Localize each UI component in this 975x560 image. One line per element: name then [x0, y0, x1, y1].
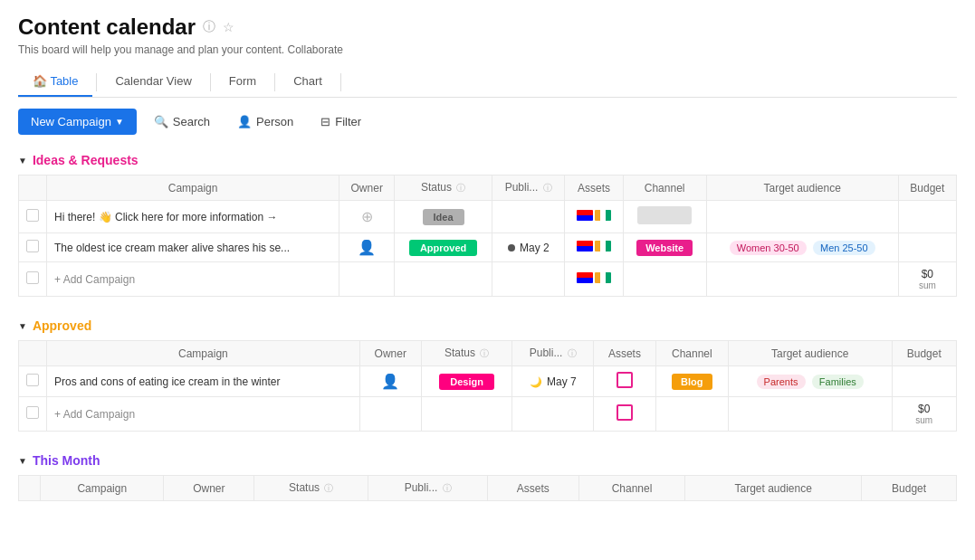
col-publi: Publi... ⓘ — [368, 476, 487, 501]
col-audience: Target audience — [728, 341, 892, 366]
section-ideas: ▼ Ideas & Requests Campaign Owner Status… — [18, 153, 957, 297]
channel-cell: Website — [623, 233, 706, 262]
asset-flag-sum — [577, 272, 593, 283]
empty-cell — [395, 262, 492, 297]
asset-flag-1 — [577, 241, 593, 252]
pub-dot-icon — [508, 244, 515, 252]
audience-badge-parents: Parents — [757, 375, 806, 389]
publi-cell — [492, 201, 565, 233]
assets-cell — [565, 201, 623, 233]
col-budget: Budget — [898, 176, 956, 201]
new-campaign-button[interactable]: New Campaign ▼ — [18, 109, 137, 135]
col-status: Status ⓘ — [395, 176, 492, 201]
budget-sum-cell: $0 sum — [892, 397, 956, 432]
add-campaign-label[interactable]: + Add Campaign — [54, 408, 135, 421]
row-checkbox[interactable] — [26, 374, 39, 386]
col-status: Status ⓘ — [254, 476, 368, 501]
col-publi: Publi... ⓘ — [512, 341, 594, 366]
table-row: The oldest ice cream maker alive shares … — [19, 233, 957, 262]
audience-badge-families: Families — [812, 375, 864, 389]
col-checkbox — [19, 341, 47, 366]
toolbar: New Campaign ▼ 🔍 Search 👤 Person ⊟ Filte… — [18, 109, 957, 135]
section-header-this-month[interactable]: ▼ This Month — [18, 453, 957, 468]
asset-single-icon-sum — [617, 404, 633, 421]
budget-cell — [892, 366, 956, 397]
add-campaign-cell[interactable]: + Add Campaign — [47, 262, 339, 297]
col-budget: Budget — [862, 476, 957, 501]
filter-label: Filter — [335, 115, 361, 128]
table-row: Hi there! 👋 Click here for more informat… — [19, 201, 957, 233]
channel-badge: Blog — [672, 374, 712, 390]
channel-cell — [623, 201, 706, 233]
info-icon[interactable]: ⓘ — [203, 19, 215, 35]
owner-icon: 👤 — [381, 374, 399, 389]
audience-cell: Parents Families — [728, 366, 892, 397]
tab-divider-2 — [210, 73, 211, 91]
owner-cell: ⊕ — [339, 201, 395, 233]
col-channel: Channel — [655, 341, 728, 366]
section-this-month: ▼ This Month Campaign Owner Status ⓘ Pub… — [18, 453, 957, 501]
row-checkbox[interactable] — [26, 240, 39, 252]
section-header-ideas[interactable]: ▼ Ideas & Requests — [18, 153, 957, 167]
owner-cell: 👤 — [339, 233, 395, 262]
col-owner: Owner — [164, 476, 254, 501]
new-campaign-label: New Campaign — [31, 115, 111, 128]
tab-divider-4 — [340, 73, 341, 91]
tab-form[interactable]: Form — [215, 67, 271, 97]
filter-button[interactable]: ⊟ Filter — [311, 109, 371, 135]
chevron-icon-approved: ▼ — [18, 321, 27, 331]
table-this-month: Campaign Owner Status ⓘ Publi... ⓘ Asset… — [18, 475, 957, 501]
col-status: Status ⓘ — [421, 341, 512, 366]
assets-cell — [594, 366, 656, 397]
filter-icon: ⊟ — [320, 115, 330, 128]
col-checkbox — [19, 476, 41, 501]
owner-icon: 👤 — [358, 240, 376, 255]
empty-cell — [492, 262, 565, 297]
publi-cell: 🌙 May 7 — [512, 366, 594, 397]
col-audience: Target audience — [706, 176, 898, 201]
assets-cell — [565, 233, 623, 262]
assets-sum-cell — [594, 397, 656, 432]
row-checkbox[interactable] — [26, 271, 39, 284]
audience-badge-women: Women 30-50 — [730, 241, 807, 255]
col-owner: Owner — [339, 176, 395, 201]
col-assets: Assets — [565, 176, 623, 201]
person-label: Person — [256, 115, 293, 128]
budget-sum-cell: $0 sum — [898, 262, 956, 297]
row-checkbox[interactable] — [26, 209, 39, 222]
row-checkbox[interactable] — [26, 406, 39, 419]
person-button[interactable]: 👤 Person — [227, 109, 303, 135]
col-channel: Channel — [623, 176, 706, 201]
audience-cell: Women 30-50 Men 25-50 — [706, 233, 898, 262]
asset-flag-sum2 — [595, 272, 611, 283]
status-cell: Approved — [395, 233, 492, 262]
col-campaign: Campaign — [47, 176, 339, 201]
col-channel: Channel — [578, 476, 684, 501]
tab-chart[interactable]: Chart — [279, 67, 337, 97]
add-campaign-label[interactable]: + Add Campaign — [54, 273, 135, 286]
status-badge: Idea — [423, 209, 464, 225]
section-approved: ▼ Approved Campaign Owner Status ⓘ Publi… — [18, 318, 957, 432]
table-approved: Campaign Owner Status ⓘ Publi... ⓘ Asset… — [18, 340, 957, 432]
tab-table[interactable]: 🏠 Table — [18, 67, 92, 97]
add-owner-icon[interactable]: ⊕ — [361, 209, 373, 224]
section-title-this-month: This Month — [33, 453, 100, 468]
budget-cell — [898, 233, 956, 262]
section-title-approved: Approved — [33, 318, 91, 333]
asset-flag-1 — [577, 210, 593, 221]
section-title-ideas: Ideas & Requests — [33, 153, 139, 167]
asset-flag-2 — [595, 241, 611, 252]
col-publi: Publi... ⓘ — [492, 176, 565, 201]
col-assets: Assets — [487, 476, 578, 501]
col-campaign: Campaign — [47, 341, 360, 366]
budget-cell — [898, 201, 956, 233]
add-campaign-cell[interactable]: + Add Campaign — [47, 397, 360, 432]
assets-sum-cell — [565, 262, 623, 297]
star-icon[interactable]: ☆ — [223, 20, 234, 34]
sum-label: sum — [900, 415, 949, 425]
tab-calendar[interactable]: Calendar View — [100, 67, 206, 97]
search-button[interactable]: 🔍 Search — [144, 109, 220, 135]
table-header-row-ideas: Campaign Owner Status ⓘ Publi... ⓘ Asset… — [19, 176, 957, 201]
empty-cell — [512, 397, 594, 432]
section-header-approved[interactable]: ▼ Approved — [18, 318, 957, 333]
